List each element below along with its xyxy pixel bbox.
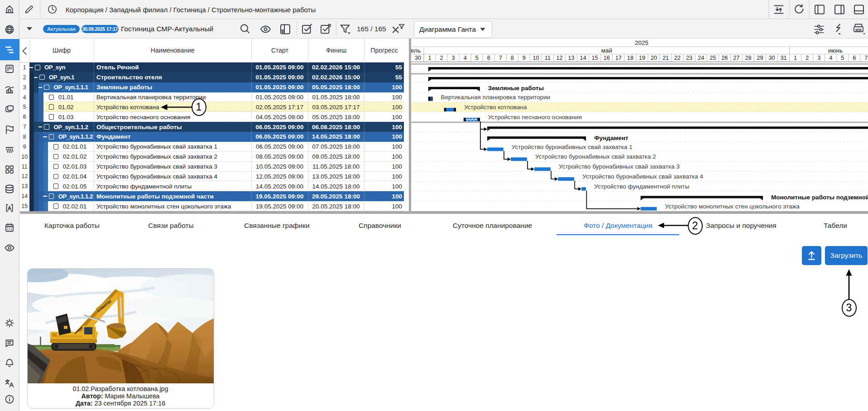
svg-text:Вертикальная планировка террит: Вертикальная планировка территории [441,94,551,101]
svg-text:апрель: апрель [411,47,421,54]
svg-text:17: 17 [615,54,622,61]
svg-text:Фундамент: Фундамент [594,135,628,141]
svg-text:2025: 2025 [635,39,648,46]
svg-text:26: 26 [721,54,728,61]
svg-text:Устройство монолитных стен цок: Устройство монолитных стен цокольного эт… [665,203,800,210]
svg-text:22: 22 [674,54,681,61]
svg-text:Устройство буронабивных свай з: Устройство буронабивных свай захватка 4 [582,173,703,180]
svg-text:6: 6 [853,54,856,61]
svg-text:3: 3 [817,54,820,61]
svg-text:9: 9 [523,54,526,61]
svg-text:28: 28 [745,54,751,61]
svg-text:Устройство фундаментной плиты: Устройство фундаментной плиты [594,183,689,190]
svg-text:16: 16 [604,54,610,61]
svg-text:27: 27 [733,54,739,61]
svg-text:1: 1 [428,54,431,61]
svg-text:29: 29 [757,54,763,61]
svg-text:25: 25 [710,54,716,61]
svg-text:2: 2 [440,54,443,61]
svg-text:30: 30 [768,54,775,61]
svg-text:5: 5 [841,54,844,61]
svg-text:1: 1 [794,54,797,61]
svg-text:Земляные работы: Земляные работы [488,85,544,92]
svg-text:Устройство буронабивных свай з: Устройство буронабивных свай захватка 3 [559,163,680,170]
svg-text:30: 30 [415,54,421,61]
svg-text:2: 2 [806,54,809,61]
svg-text:11: 11 [545,54,551,61]
svg-text:Монолитные работы подземной ча: Монолитные работы подземной части [771,194,868,201]
svg-text:19: 19 [639,54,645,61]
svg-text:8: 8 [511,54,514,61]
svg-text:Устройство буронабивных свай з: Устройство буронабивных свай захватка 1 [512,144,633,150]
svg-text:10: 10 [532,54,539,61]
svg-text:24: 24 [698,54,704,61]
svg-text:31: 31 [780,54,786,61]
svg-text:12: 12 [556,54,562,61]
svg-text:15: 15 [592,54,598,61]
svg-text:23: 23 [686,54,692,61]
svg-text:7: 7 [864,54,868,61]
svg-text:Устройство буронабивных свай з: Устройство буронабивных свай захватка 2 [535,153,656,160]
svg-text:май: май [601,47,612,54]
svg-text:5: 5 [475,54,479,61]
svg-text:3: 3 [452,54,455,61]
svg-text:4: 4 [464,54,467,61]
svg-text:20: 20 [651,54,657,61]
svg-text:июнь: июнь [828,47,843,54]
svg-text:14: 14 [580,54,586,61]
svg-text:4: 4 [829,54,832,61]
svg-text:Устройство песчаного основания: Устройство песчаного основания [488,114,582,121]
svg-text:13: 13 [568,54,574,61]
svg-text:18: 18 [627,54,633,61]
svg-text:7: 7 [499,54,502,61]
svg-text:6: 6 [487,54,490,61]
svg-text:21: 21 [662,54,669,61]
svg-text:Устройство котлована: Устройство котлована [464,104,527,111]
